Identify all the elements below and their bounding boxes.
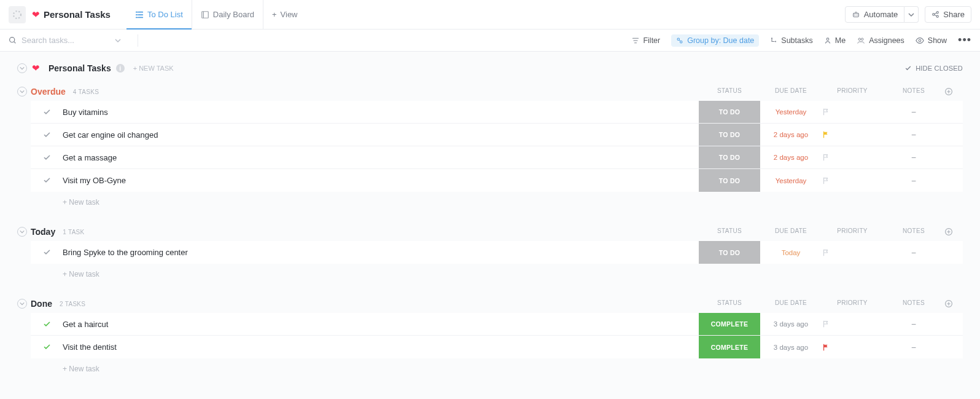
- notes-cell[interactable]: –: [883, 343, 944, 352]
- task-name[interactable]: Visit the dentist: [63, 342, 699, 352]
- group-overdue: Overdue 4 TASKS STATUS DUE DATE PRIORITY…: [9, 82, 971, 207]
- share-label: Share: [943, 10, 965, 19]
- filter-button[interactable]: Filter: [632, 36, 660, 45]
- search-input[interactable]: [21, 36, 107, 45]
- notes-cell[interactable]: –: [883, 153, 944, 162]
- group-header: Today 1 TASK STATUS DUE DATE PRIORITY NO…: [17, 223, 963, 241]
- subtasks-label: Subtasks: [781, 36, 812, 45]
- due-date-cell[interactable]: 2 days ago: [760, 131, 822, 138]
- priority-cell[interactable]: [822, 108, 883, 116]
- main-area: ❤ Personal Tasks i + NEW TASK HIDE CLOSE…: [0, 52, 980, 399]
- complete-toggle[interactable]: [31, 176, 63, 184]
- list-title: Personal Tasks: [44, 9, 111, 20]
- due-date-cell[interactable]: 3 days ago: [760, 320, 822, 328]
- complete-toggle[interactable]: [31, 343, 63, 351]
- due-date-cell[interactable]: Yesterday: [760, 177, 822, 184]
- task-name[interactable]: Get car engine oil changed: [63, 130, 699, 140]
- complete-toggle[interactable]: [31, 131, 63, 139]
- priority-cell[interactable]: [822, 176, 883, 185]
- automate-dropdown[interactable]: [904, 6, 919, 23]
- view-tab-todo-list[interactable]: To Do List: [126, 0, 192, 29]
- task-name[interactable]: Buy vitamins: [63, 108, 699, 117]
- notes-cell[interactable]: –: [883, 320, 944, 328]
- svg-point-0: [14, 11, 21, 18]
- automate-button[interactable]: Automate: [845, 6, 905, 23]
- search-icon: [9, 36, 17, 44]
- priority-cell[interactable]: [822, 320, 883, 328]
- task-row[interactable]: Visit the dentistCOMPLETE3 days ago –: [31, 336, 963, 358]
- col-head-status: STATUS: [699, 299, 760, 308]
- add-column-button[interactable]: [944, 299, 963, 308]
- new-task-row[interactable]: + New task: [31, 192, 963, 207]
- notes-cell[interactable]: –: [883, 176, 944, 185]
- add-view-label: View: [281, 10, 298, 19]
- notes-cell[interactable]: –: [883, 108, 944, 116]
- add-view-button[interactable]: + View: [263, 0, 306, 29]
- collapse-space-button[interactable]: [17, 63, 27, 73]
- collapse-group-button[interactable]: [17, 87, 27, 97]
- status-cell[interactable]: TO DO: [699, 241, 760, 264]
- svg-point-3: [854, 14, 855, 15]
- priority-cell[interactable]: [822, 248, 883, 257]
- collapse-group-button[interactable]: [17, 299, 27, 309]
- complete-toggle[interactable]: [31, 108, 63, 116]
- priority-cell[interactable]: [822, 343, 883, 352]
- col-head-status: STATUS: [699, 87, 760, 96]
- info-icon[interactable]: i: [116, 64, 125, 73]
- svg-point-9: [677, 38, 679, 40]
- share-button[interactable]: Share: [925, 6, 971, 23]
- col-head-due: DUE DATE: [760, 299, 822, 308]
- filter-icon: [632, 37, 639, 44]
- task-row[interactable]: Bring Spyke to the grooming centerTO DOT…: [31, 241, 963, 264]
- status-cell[interactable]: TO DO: [699, 101, 760, 123]
- new-task-button[interactable]: + NEW TASK: [133, 65, 174, 72]
- complete-toggle[interactable]: [31, 320, 63, 328]
- collapse-group-button[interactable]: [17, 227, 27, 237]
- view-tab-daily-board[interactable]: Daily Board: [192, 0, 263, 29]
- group-title: Today: [31, 227, 55, 237]
- task-row[interactable]: Get car engine oil changedTO DO2 days ag…: [31, 124, 963, 146]
- task-name[interactable]: Visit my OB-Gyne: [63, 176, 699, 185]
- svg-point-5: [933, 14, 935, 15]
- hide-closed-button[interactable]: HIDE CLOSED: [904, 65, 971, 72]
- status-cell[interactable]: COMPLETE: [699, 313, 760, 335]
- priority-cell[interactable]: [822, 130, 883, 139]
- priority-cell[interactable]: [822, 153, 883, 162]
- search-box[interactable]: [9, 36, 131, 45]
- add-column-button[interactable]: [944, 87, 963, 96]
- notes-cell[interactable]: –: [883, 130, 944, 139]
- add-column-button[interactable]: [944, 227, 963, 236]
- due-date-cell[interactable]: 2 days ago: [760, 154, 822, 161]
- svg-point-4: [857, 14, 858, 15]
- group-icon: [676, 37, 683, 44]
- due-date-cell[interactable]: 3 days ago: [760, 344, 822, 351]
- me-button[interactable]: Me: [824, 36, 846, 45]
- due-date-cell[interactable]: Today: [760, 249, 822, 256]
- show-button[interactable]: Show: [916, 36, 947, 45]
- group-by-button[interactable]: Group by: Due date: [671, 34, 759, 47]
- task-row[interactable]: Get a massageTO DO2 days ago –: [31, 146, 963, 169]
- task-row[interactable]: Visit my OB-GyneTO DOYesterday –: [31, 169, 963, 192]
- assignees-button[interactable]: Assignees: [857, 36, 904, 45]
- more-options-button[interactable]: •••: [958, 34, 971, 47]
- task-row[interactable]: Buy vitaminsTO DOYesterday –: [31, 101, 963, 124]
- status-cell[interactable]: TO DO: [699, 146, 760, 168]
- new-task-row[interactable]: + New task: [31, 358, 963, 373]
- task-row[interactable]: Get a haircutCOMPLETE3 days ago –: [31, 313, 963, 336]
- task-name[interactable]: Get a massage: [63, 153, 699, 162]
- task-name[interactable]: Bring Spyke to the grooming center: [63, 248, 699, 257]
- subtasks-button[interactable]: Subtasks: [770, 36, 812, 45]
- status-cell[interactable]: TO DO: [699, 169, 760, 192]
- status-cell[interactable]: COMPLETE: [699, 336, 760, 358]
- task-name[interactable]: Get a haircut: [63, 320, 699, 329]
- automate-button-group: Automate: [845, 6, 919, 23]
- svg-point-11: [771, 38, 772, 39]
- new-task-row[interactable]: + New task: [31, 264, 963, 279]
- eye-icon: [916, 37, 924, 44]
- notes-cell[interactable]: –: [883, 248, 944, 257]
- chevron-down-icon[interactable]: [115, 38, 121, 44]
- due-date-cell[interactable]: Yesterday: [760, 108, 822, 116]
- complete-toggle[interactable]: [31, 248, 63, 256]
- status-cell[interactable]: TO DO: [699, 124, 760, 146]
- complete-toggle[interactable]: [31, 154, 63, 162]
